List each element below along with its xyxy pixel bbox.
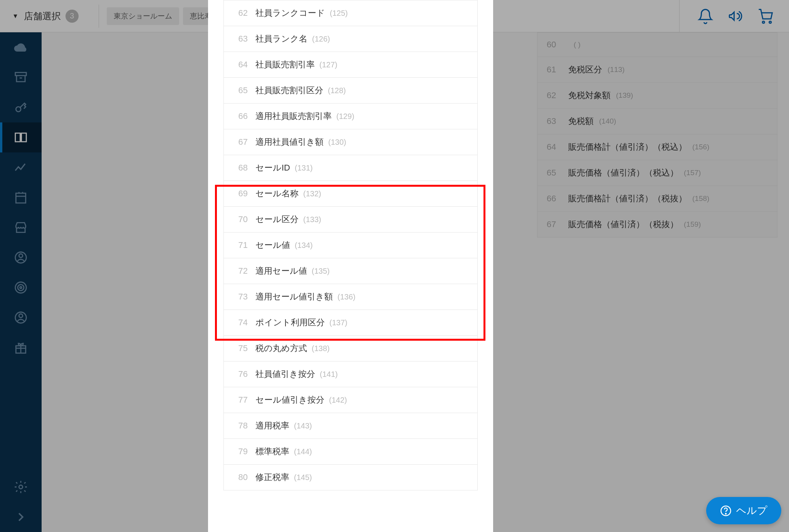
field-list-row[interactable]: 76社員値引き按分(141) [223, 361, 478, 387]
row-label: セールID [255, 162, 290, 174]
row-code: (133) [303, 215, 321, 224]
row-code: (135) [312, 267, 330, 276]
help-label: ヘルプ [736, 504, 767, 517]
field-list-row[interactable]: 77セール値引き按分(142) [223, 387, 478, 413]
field-list-row[interactable]: 78適用税率(143) [223, 413, 478, 439]
row-label: 税の丸め方式 [255, 343, 307, 354]
row-number: 76 [232, 369, 248, 379]
row-label: セール値 [255, 239, 290, 251]
row-code: (132) [303, 189, 321, 198]
row-code: (143) [294, 422, 312, 430]
row-number: 74 [232, 318, 248, 328]
row-number: 78 [232, 421, 248, 431]
svg-point-15 [725, 513, 726, 514]
field-list-row[interactable]: 80修正税率(145) [223, 465, 478, 490]
row-number: 70 [232, 214, 248, 224]
help-button[interactable]: ヘルプ [706, 497, 781, 524]
field-list-row[interactable]: 70セール区分(133) [223, 207, 478, 233]
row-number: 80 [232, 472, 248, 482]
field-list-row[interactable]: 72適用セール値(135) [223, 258, 478, 284]
row-number: 71 [232, 240, 248, 250]
row-code: (145) [294, 473, 312, 482]
field-list-row[interactable]: 69セール名称(132) [223, 181, 478, 207]
row-label: セール名称 [255, 188, 299, 199]
row-label: 社員ランクコード [255, 7, 325, 19]
field-list-row[interactable]: 79標準税率(144) [223, 439, 478, 465]
row-number: 64 [232, 60, 248, 70]
row-code: (125) [330, 9, 348, 18]
row-number: 77 [232, 395, 248, 405]
row-number: 66 [232, 111, 248, 121]
row-code: (126) [312, 35, 330, 43]
row-label: 社員販売割引区分 [255, 85, 323, 96]
row-code: (134) [295, 241, 313, 250]
field-list-row[interactable]: 66適用社員販売割引率(129) [223, 104, 478, 129]
row-label: 社員ランク名 [255, 33, 307, 45]
row-code: (137) [329, 318, 347, 327]
field-list-row[interactable]: 75税の丸め方式(138) [223, 336, 478, 361]
field-list-row[interactable]: 64社員販売割引率(127) [223, 52, 478, 78]
row-code: (127) [319, 60, 337, 69]
row-label: セール値引き按分 [255, 394, 324, 406]
row-number: 62 [232, 8, 248, 18]
row-label: 適用社員販売割引率 [255, 110, 332, 122]
row-number: 68 [232, 163, 248, 173]
field-list-row[interactable]: 63社員ランク名(126) [223, 26, 478, 52]
row-label: 修正税率 [255, 472, 289, 483]
row-number: 75 [232, 343, 248, 353]
field-list-row[interactable]: 74ポイント利用区分(137) [223, 310, 478, 336]
row-label: 適用社員値引き額 [255, 136, 324, 148]
row-code: (142) [329, 396, 347, 405]
row-label: ポイント利用区分 [255, 317, 325, 328]
row-number: 63 [232, 34, 248, 44]
row-label: 社員販売割引率 [255, 59, 315, 70]
row-number: 72 [232, 266, 248, 276]
row-code: (138) [312, 344, 330, 353]
row-number: 65 [232, 85, 248, 95]
field-list-row[interactable]: 65社員販売割引区分(128) [223, 78, 478, 104]
row-code: (130) [328, 138, 346, 147]
row-number: 67 [232, 137, 248, 147]
field-list-row[interactable]: 73適用セール値引き額(136) [223, 284, 478, 310]
row-label: 適用税率 [255, 420, 289, 432]
row-code: (129) [336, 112, 354, 121]
field-list-row[interactable]: 68セールID(131) [223, 155, 478, 181]
row-code: (131) [295, 164, 313, 172]
row-code: (141) [320, 370, 338, 379]
row-label: 社員値引き按分 [255, 368, 315, 380]
row-label: 適用セール値 [255, 265, 307, 277]
field-list-row[interactable]: 62社員ランクコード(125) [223, 0, 478, 26]
row-label: 標準税率 [255, 446, 289, 457]
row-number: 73 [232, 292, 248, 302]
row-label: 適用セール値引き額 [255, 291, 333, 303]
row-number: 69 [232, 189, 248, 199]
row-code: (136) [337, 293, 356, 301]
row-label: セール区分 [255, 214, 299, 225]
row-number: 79 [232, 447, 248, 457]
field-list-row[interactable]: 71セール値(134) [223, 233, 478, 258]
row-code: (128) [328, 86, 346, 95]
field-picker-modal: 62社員ランクコード(125)63社員ランク名(126)64社員販売割引率(12… [208, 0, 493, 532]
row-code: (144) [294, 447, 312, 456]
field-list-row[interactable]: 67適用社員値引き額(130) [223, 129, 478, 155]
